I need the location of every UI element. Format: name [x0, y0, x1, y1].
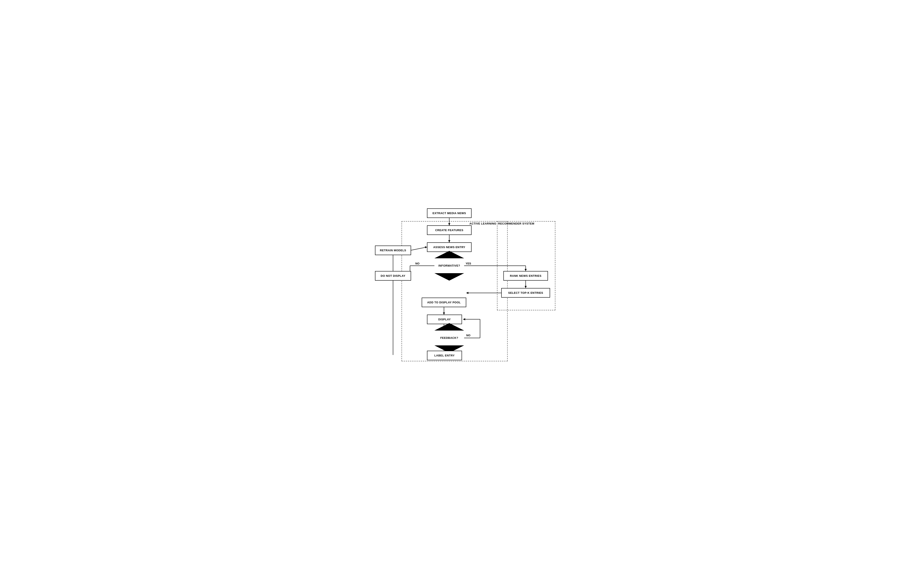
label-entry-box: LABEL ENTRY — [427, 351, 462, 360]
do-not-display-box: DO NOT DISPLAY — [375, 271, 411, 281]
retrain-models-box: RETRAIN MODELS — [375, 245, 411, 255]
yes-informative-label: YES — [466, 262, 471, 265]
display-box: DISPLAY — [427, 314, 462, 324]
assess-news-entry-box: ASSESS NEWS ENTRY — [427, 242, 471, 252]
informative-diamond: INFORMATIVE? — [434, 258, 464, 273]
no-informative-label: NO — [415, 262, 420, 265]
recommender-label: RECOMMENDER SYSTEM — [498, 222, 534, 225]
rank-news-entries-box: RANK NEWS ENTRIES — [503, 271, 548, 281]
extract-media-news-box: EXTRACT MEDIA NEWS — [427, 208, 471, 218]
select-top-k-box: SELECT TOP-K ENTRIES — [501, 288, 550, 298]
create-features-box: CREATE FEATURES — [427, 226, 471, 235]
add-to-display-pool-box: ADD TO DISPLAY POOL — [422, 298, 466, 307]
active-learning-label: ACTIVE LEARNING — [470, 222, 496, 225]
diagram-container: ACTIVE LEARNING RECOMMENDER SYSTEM — [364, 206, 560, 355]
no-feedback-label: NO — [466, 334, 471, 337]
feedback-diamond: FEEDBACK? — [434, 331, 464, 345]
